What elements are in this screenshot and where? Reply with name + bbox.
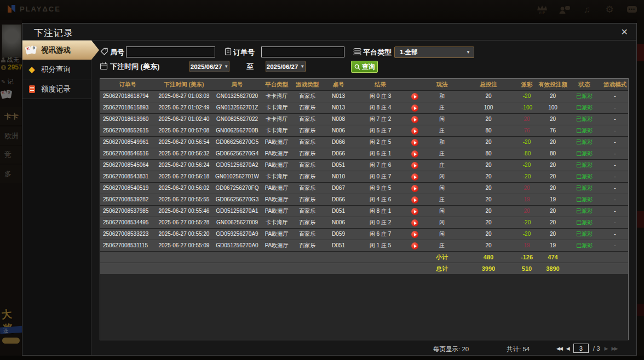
date-from-select[interactable]: 2025/06/27 ▼ xyxy=(189,61,229,72)
chevron-down-icon: ▼ xyxy=(300,64,304,69)
table-cell-payout: -20 xyxy=(516,217,538,228)
table-cell-order: 250627008537985 xyxy=(100,206,155,217)
table-cell-round: GD051256270A2 xyxy=(213,160,261,171)
order-label: 订单号 xyxy=(233,48,255,57)
table-cell-mode xyxy=(601,263,629,274)
table-cell-valid_bet: 20 xyxy=(538,206,568,217)
table-cell-total_bet: 80 xyxy=(461,125,516,136)
table-cell-valid_bet: 20 xyxy=(538,183,568,194)
close-icon[interactable]: ✕ xyxy=(621,27,628,37)
table-cell-table_no: D051 xyxy=(323,240,354,251)
table-cell-total_bet: 20 xyxy=(461,91,516,102)
table-cell-platform: 卡卡湾厅 xyxy=(261,114,292,125)
last-page-icon[interactable]: ▶▶ xyxy=(612,346,617,351)
table-cell-time: 2025-06-27 01:02:49 xyxy=(155,102,213,113)
table-row: 2506270085379852025-06-27 00:55:46GD0512… xyxy=(100,205,628,217)
dialog-menu: K9视讯游戏◆积分查询额度记录 xyxy=(22,40,91,355)
table-cell-status: 已派彩 xyxy=(568,194,601,205)
table-cell-time xyxy=(155,263,213,274)
table-cell-total_bet: 480 xyxy=(461,252,516,263)
table-cell-total_bet: 20 xyxy=(461,194,516,205)
replay-icon[interactable] xyxy=(411,127,418,135)
table-cell-play xyxy=(406,229,423,240)
table-cell-total_bet: 20 xyxy=(461,217,516,228)
table-cell-result: 闲 6 庄 7 xyxy=(354,229,406,240)
table-cell-game: 百家乐 xyxy=(292,91,323,102)
platform-select[interactable]: 1.全部 ▼ xyxy=(394,47,474,58)
replay-icon[interactable] xyxy=(411,139,418,146)
order-input[interactable] xyxy=(261,47,344,57)
table-cell-game: 百家乐 xyxy=(292,102,323,113)
table-cell-result: 闲 8 庄 1 xyxy=(354,206,406,217)
table-cell-mode: - xyxy=(601,217,629,228)
table-cell-status: 已派彩 xyxy=(568,217,601,228)
table-row: 2506270085332232025-06-27 00:55:20GD0592… xyxy=(100,228,628,240)
page-number-input[interactable] xyxy=(573,344,589,353)
table-cell-time: 2025-06-27 00:55:20 xyxy=(155,229,213,240)
table-row: 2506270186158932025-06-27 01:02:49GN0132… xyxy=(100,102,628,113)
table-cell-round: GN00625627009 xyxy=(213,217,261,228)
table-cell-table_no xyxy=(323,252,354,263)
table-cell-bet: 和 xyxy=(423,137,461,148)
pagination: ◀◀ ◀ / 3 ▶ ▶▶ xyxy=(556,344,617,353)
round-input[interactable] xyxy=(126,47,215,57)
table-cell-time: 2025-06-27 00:55:09 xyxy=(155,240,213,251)
column-header: 游戏模式 xyxy=(601,79,629,90)
table-cell-order: 250627008533223 xyxy=(100,229,155,240)
table-cell-round: GN01325627020 xyxy=(213,91,261,102)
platform-select-value: 1.全部 xyxy=(400,48,418,56)
date-to-select[interactable]: 2025/06/27 ▼ xyxy=(266,61,306,72)
table-cell-table_no: N006 xyxy=(323,217,354,228)
replay-icon[interactable] xyxy=(411,93,418,100)
menu-item-0[interactable]: K9视讯游戏 xyxy=(22,40,99,60)
table-cell-mode: - xyxy=(601,160,629,171)
replay-icon[interactable] xyxy=(411,185,418,192)
table-cell-result: 闲 0 庄 3 xyxy=(354,91,406,102)
column-header: 结果 xyxy=(354,79,406,90)
column-header xyxy=(406,79,423,90)
table-cell-valid_bet: 20 xyxy=(538,114,568,125)
table-cell-mode: - xyxy=(601,114,629,125)
table-cell-order: 250627008549961 xyxy=(100,137,155,148)
replay-icon[interactable] xyxy=(411,104,418,112)
table-cell-play xyxy=(406,217,423,228)
replay-icon[interactable] xyxy=(411,231,418,238)
table-cell-time: 2025-06-27 00:56:18 xyxy=(155,171,213,182)
replay-icon[interactable] xyxy=(411,116,418,123)
table-cell-valid_bet: 20 xyxy=(538,137,568,148)
replay-icon[interactable] xyxy=(411,208,418,215)
table-cell-play xyxy=(406,194,423,205)
table-cell-table_no: N013 xyxy=(323,91,354,102)
table-cell-result: 闲 5 庄 7 xyxy=(354,125,406,136)
replay-icon[interactable] xyxy=(411,150,418,158)
replay-icon[interactable] xyxy=(411,196,418,204)
table-cell-play xyxy=(406,148,423,159)
menu-item-1[interactable]: ◆积分查询 xyxy=(22,60,91,79)
table-cell-payout: -20 xyxy=(516,137,538,148)
bet-time-label: 下注时间 (美东) xyxy=(110,62,159,72)
table-cell-game: 百家乐 xyxy=(292,217,323,228)
menu-item-2[interactable]: 额度记录 xyxy=(22,79,91,99)
replay-icon[interactable] xyxy=(411,162,418,169)
replay-icon[interactable] xyxy=(411,173,418,181)
table-cell-platform: PA欧洲厅 xyxy=(261,206,292,217)
prev-page-icon[interactable]: ◀ xyxy=(566,346,569,351)
table-cell-valid_bet: 3890 xyxy=(538,263,568,274)
table-cell-valid_bet: 76 xyxy=(538,125,568,136)
replay-icon[interactable] xyxy=(411,242,418,249)
platform-label: 平台类型 xyxy=(363,48,392,57)
table-cell-round: GD066256270G3 xyxy=(213,194,261,205)
table-cell-table_no: D051 xyxy=(323,160,354,171)
table-row: 2506270085344952025-06-27 00:55:28GN0062… xyxy=(100,217,628,228)
next-page-icon[interactable]: ▶ xyxy=(605,346,607,351)
date-to-value: 2025/06/27 xyxy=(267,63,298,70)
replay-icon[interactable] xyxy=(411,219,418,227)
table-cell-game: 百家乐 xyxy=(292,137,323,148)
table-cell-platform: PA欧洲厅 xyxy=(261,229,292,240)
table-cell-payout: -20 xyxy=(516,160,538,171)
table-cell-table_no: D067 xyxy=(323,183,354,194)
table-cell-mode: - xyxy=(601,148,629,159)
table-cell-payout: 76 xyxy=(516,125,538,136)
search-button[interactable]: 查询 xyxy=(351,61,378,73)
first-page-icon[interactable]: ◀◀ xyxy=(556,346,562,351)
